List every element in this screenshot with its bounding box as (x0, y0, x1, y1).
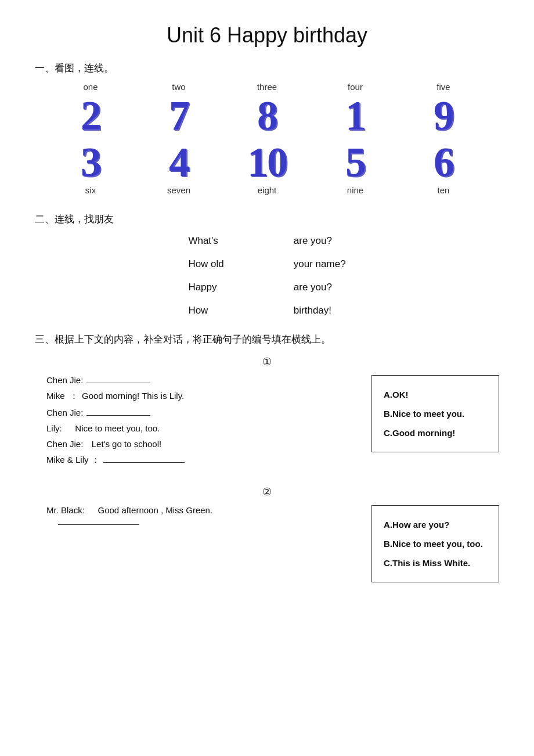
num-3: 3 (81, 139, 100, 185)
answer2-B: B.Nice to meet you, too. (384, 534, 487, 553)
dialogue1-line-5: Mike & Lily ： (46, 455, 354, 466)
matching-left: What's How old Happy How (188, 235, 223, 316)
speaker-mike: Mike ： (46, 391, 78, 402)
answer1-B: B.Nice to meet you. (384, 404, 487, 423)
word-five: five (436, 82, 450, 92)
section1-title: 一、看图，连线。 (35, 62, 499, 75)
num-5: 5 (345, 139, 365, 185)
match-left-3: How (188, 305, 223, 316)
word-one: one (83, 82, 98, 92)
dialogue1-line-3: Lily: Nice to meet you, too. (46, 423, 354, 433)
dialogue2-answer-box: A.How are you? B.Nice to meet you, too. … (371, 505, 499, 582)
num-8: 8 (257, 92, 277, 139)
word-three: three (257, 82, 277, 92)
match-right-1: your name? (294, 258, 346, 270)
num-9: 9 (434, 92, 453, 139)
speaker-chen-jie-2: Chen Jie: (46, 439, 88, 449)
dialogue2-line-1 (58, 524, 354, 525)
dialogue1-box: Chen Jie: Mike ： Good morning! This is L… (46, 375, 499, 471)
blank-0 (86, 383, 150, 383)
blank-1 (86, 415, 150, 416)
dialogue2-box: Mr. Black: Good afternoon , Miss Green. … (46, 505, 499, 582)
speaker-mike-lily: Mike & Lily ： (46, 455, 100, 466)
word-two: two (172, 82, 185, 92)
blank-3 (58, 524, 139, 525)
answer2-C: C.This is Miss White. (384, 553, 487, 573)
match-left-2: Happy (188, 282, 223, 293)
word-six: six (85, 185, 96, 195)
dialogue2-line-0: Mr. Black: Good afternoon , Miss Green. (46, 505, 354, 515)
answer1-A: A.OK! (384, 385, 487, 404)
dialogue2-lines: Mr. Black: Good afternoon , Miss Green. (46, 505, 354, 582)
match-left-0: What's (188, 235, 223, 247)
chen-jie-text: Let's go to school! (92, 439, 161, 449)
word-four: four (348, 82, 363, 92)
word-nine: nine (347, 185, 363, 195)
match-right-2: are you? (294, 282, 346, 293)
answer1-C: C.Good morning! (384, 423, 487, 442)
num-2: 2 (81, 92, 100, 139)
word-eight: eight (258, 185, 277, 195)
page-title: Unit 6 Happy birthday (35, 23, 499, 48)
dialogue1-line-2: Chen Jie: (46, 408, 354, 417)
answer2-A: A.How are you? (384, 515, 487, 534)
num-10: 10 (247, 139, 287, 185)
num-6: 6 (434, 139, 453, 185)
speaker-chen-jie-0: Chen Jie: (46, 375, 83, 385)
match-left-1: How old (188, 258, 223, 270)
section1: 一、看图，连线。 one two three four five 2 7 8 1… (35, 62, 499, 195)
mr-black-text: Good afternoon , Miss Green. (98, 505, 213, 515)
speaker-lily: Lily: (46, 423, 71, 433)
dialogue1-line-0: Chen Jie: (46, 375, 354, 385)
dialogue1-line-4: Chen Jie: Let's go to school! (46, 439, 354, 449)
blank-2 (103, 462, 185, 463)
section3: 三、根据上下文的内容，补全对话，将正确句子的编号填在横线上。 ① Chen Ji… (35, 333, 499, 582)
section2: 二、连线，找朋友 What's How old Happy How are yo… (35, 213, 499, 316)
match-right-3: birthday! (294, 305, 346, 316)
dialogue1-line-1: Mike ： Good morning! This is Lily. (46, 391, 354, 402)
dialogue1-lines: Chen Jie: Mike ： Good morning! This is L… (46, 375, 354, 471)
num-7: 7 (169, 92, 189, 139)
matching-right: are you? your name? are you? birthday! (294, 235, 346, 316)
speaker-chen-jie-1: Chen Jie: (46, 408, 83, 417)
match-right-0: are you? (294, 235, 346, 247)
word-seven: seven (167, 185, 190, 195)
dialogue1-number: ① (35, 355, 499, 368)
section2-title: 二、连线，找朋友 (35, 213, 499, 226)
speaker-mr-black: Mr. Black: (46, 505, 95, 515)
num-4: 4 (169, 139, 189, 185)
num-1: 1 (345, 92, 365, 139)
lily-text: Nice to meet you, too. (75, 423, 160, 433)
mike-text: Good morning! This is Lily. (82, 391, 184, 401)
word-ten: ten (438, 185, 450, 195)
dialogue1-answer-box: A.OK! B.Nice to meet you. C.Good morning… (371, 375, 499, 452)
section3-title: 三、根据上下文的内容，补全对话，将正确句子的编号填在横线上。 (35, 333, 499, 346)
dialogue2-number: ② (35, 485, 499, 498)
